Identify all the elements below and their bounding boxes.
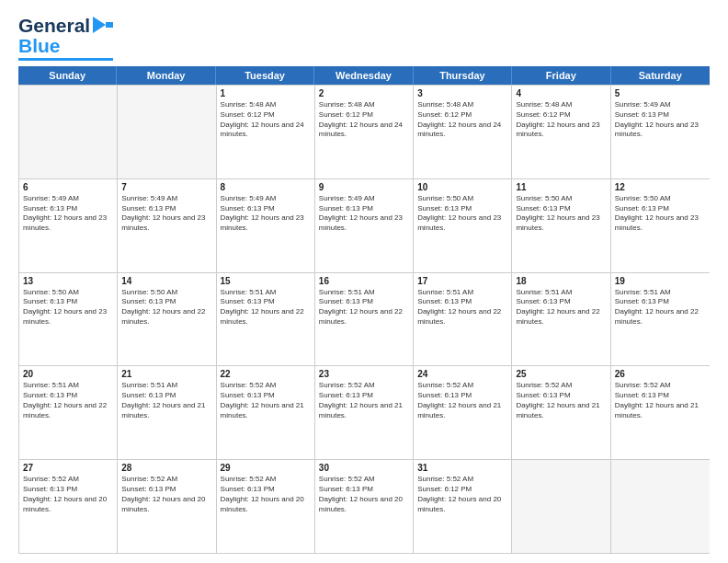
day-number: 31 <box>417 463 507 473</box>
day-number: 17 <box>417 276 507 286</box>
day-info: Sunrise: 5:52 AM Sunset: 6:13 PM Dayligh… <box>319 475 409 514</box>
calendar-day-22: 22Sunrise: 5:52 AM Sunset: 6:13 PM Dayli… <box>217 366 315 459</box>
day-info: Sunrise: 5:49 AM Sunset: 6:13 PM Dayligh… <box>121 194 211 234</box>
day-info: Sunrise: 5:52 AM Sunset: 6:13 PM Dayligh… <box>319 381 409 420</box>
day-info: Sunrise: 5:51 AM Sunset: 6:13 PM Dayligh… <box>319 288 409 327</box>
day-info: Sunrise: 5:49 AM Sunset: 6:13 PM Dayligh… <box>221 194 311 234</box>
day-info: Sunrise: 5:50 AM Sunset: 6:13 PM Dayligh… <box>121 288 211 327</box>
day-info: Sunrise: 5:50 AM Sunset: 6:13 PM Dayligh… <box>417 194 507 234</box>
svg-marker-0 <box>93 17 106 33</box>
day-info: Sunrise: 5:52 AM Sunset: 6:13 PM Dayligh… <box>417 381 507 420</box>
calendar-day-2: 2Sunrise: 5:48 AM Sunset: 6:12 PM Daylig… <box>315 86 414 178</box>
day-info: Sunrise: 5:48 AM Sunset: 6:12 PM Dayligh… <box>516 100 606 140</box>
logo-general: General <box>18 15 90 37</box>
day-number: 16 <box>319 276 409 286</box>
calendar-day-5: 5Sunrise: 5:49 AM Sunset: 6:13 PM Daylig… <box>611 86 710 178</box>
day-info: Sunrise: 5:52 AM Sunset: 6:13 PM Dayligh… <box>121 475 211 514</box>
header-day-sunday: Sunday <box>18 66 117 85</box>
calendar-day-14: 14Sunrise: 5:50 AM Sunset: 6:13 PM Dayli… <box>118 273 216 366</box>
calendar-day-18: 18Sunrise: 5:51 AM Sunset: 6:13 PM Dayli… <box>512 273 610 366</box>
day-number: 29 <box>221 463 311 473</box>
day-number: 6 <box>23 182 113 192</box>
calendar-week-2: 6Sunrise: 5:49 AM Sunset: 6:13 PM Daylig… <box>19 179 710 273</box>
day-number: 9 <box>319 182 409 192</box>
day-info: Sunrise: 5:49 AM Sunset: 6:13 PM Dayligh… <box>23 194 113 234</box>
day-number: 1 <box>221 88 311 98</box>
day-info: Sunrise: 5:50 AM Sunset: 6:13 PM Dayligh… <box>516 194 606 234</box>
day-number: 23 <box>319 369 409 379</box>
calendar-day-10: 10Sunrise: 5:50 AM Sunset: 6:13 PM Dayli… <box>414 179 512 272</box>
day-number: 14 <box>121 276 211 286</box>
calendar-header: SundayMondayTuesdayWednesdayThursdayFrid… <box>18 66 710 85</box>
header-day-saturday: Saturday <box>611 66 710 85</box>
calendar-day-empty <box>611 460 710 553</box>
svg-rect-1 <box>106 22 113 28</box>
day-number: 4 <box>516 88 606 98</box>
day-info: Sunrise: 5:51 AM Sunset: 6:13 PM Dayligh… <box>121 381 211 420</box>
calendar-day-8: 8Sunrise: 5:49 AM Sunset: 6:13 PM Daylig… <box>217 179 315 272</box>
day-info: Sunrise: 5:50 AM Sunset: 6:13 PM Dayligh… <box>23 288 113 327</box>
calendar-day-19: 19Sunrise: 5:51 AM Sunset: 6:13 PM Dayli… <box>611 273 710 366</box>
calendar-week-5: 27Sunrise: 5:52 AM Sunset: 6:13 PM Dayli… <box>19 460 710 554</box>
header-day-thursday: Thursday <box>414 66 512 85</box>
day-info: Sunrise: 5:48 AM Sunset: 6:12 PM Dayligh… <box>221 100 311 140</box>
calendar-week-4: 20Sunrise: 5:51 AM Sunset: 6:13 PM Dayli… <box>19 366 710 460</box>
calendar-day-24: 24Sunrise: 5:52 AM Sunset: 6:13 PM Dayli… <box>414 366 512 459</box>
calendar-day-4: 4Sunrise: 5:48 AM Sunset: 6:12 PM Daylig… <box>512 86 610 178</box>
header: General Blue <box>18 15 710 61</box>
day-number: 20 <box>23 369 113 379</box>
calendar-day-26: 26Sunrise: 5:52 AM Sunset: 6:13 PM Dayli… <box>611 366 710 459</box>
day-number: 13 <box>23 276 113 286</box>
day-info: Sunrise: 5:51 AM Sunset: 6:13 PM Dayligh… <box>516 288 606 327</box>
day-info: Sunrise: 5:50 AM Sunset: 6:13 PM Dayligh… <box>615 194 706 234</box>
calendar-day-empty <box>512 460 610 553</box>
calendar-day-30: 30Sunrise: 5:52 AM Sunset: 6:13 PM Dayli… <box>315 460 414 553</box>
calendar-day-17: 17Sunrise: 5:51 AM Sunset: 6:13 PM Dayli… <box>414 273 512 366</box>
day-info: Sunrise: 5:51 AM Sunset: 6:13 PM Dayligh… <box>615 288 706 327</box>
calendar-body: 1Sunrise: 5:48 AM Sunset: 6:12 PM Daylig… <box>18 85 710 554</box>
calendar-day-15: 15Sunrise: 5:51 AM Sunset: 6:13 PM Dayli… <box>217 273 315 366</box>
calendar-day-1: 1Sunrise: 5:48 AM Sunset: 6:12 PM Daylig… <box>217 86 315 178</box>
day-number: 27 <box>23 463 113 473</box>
day-number: 11 <box>516 182 606 192</box>
calendar-week-1: 1Sunrise: 5:48 AM Sunset: 6:12 PM Daylig… <box>19 86 710 179</box>
day-number: 26 <box>615 369 706 379</box>
calendar-day-13: 13Sunrise: 5:50 AM Sunset: 6:13 PM Dayli… <box>19 273 118 366</box>
day-number: 30 <box>319 463 409 473</box>
day-number: 28 <box>121 463 211 473</box>
day-info: Sunrise: 5:51 AM Sunset: 6:13 PM Dayligh… <box>23 381 113 420</box>
day-number: 21 <box>121 369 211 379</box>
calendar-day-3: 3Sunrise: 5:48 AM Sunset: 6:12 PM Daylig… <box>414 86 512 178</box>
day-number: 15 <box>221 276 311 286</box>
day-info: Sunrise: 5:51 AM Sunset: 6:13 PM Dayligh… <box>417 288 507 327</box>
day-info: Sunrise: 5:48 AM Sunset: 6:12 PM Dayligh… <box>417 100 507 140</box>
logo: General Blue <box>18 15 113 61</box>
day-number: 5 <box>615 88 706 98</box>
day-info: Sunrise: 5:49 AM Sunset: 6:13 PM Dayligh… <box>615 100 706 140</box>
calendar-week-3: 13Sunrise: 5:50 AM Sunset: 6:13 PM Dayli… <box>19 273 710 367</box>
day-number: 2 <box>319 88 409 98</box>
calendar-day-6: 6Sunrise: 5:49 AM Sunset: 6:13 PM Daylig… <box>19 179 118 272</box>
day-info: Sunrise: 5:49 AM Sunset: 6:13 PM Dayligh… <box>319 194 409 234</box>
day-number: 7 <box>121 182 211 192</box>
header-day-tuesday: Tuesday <box>216 66 314 85</box>
calendar-day-7: 7Sunrise: 5:49 AM Sunset: 6:13 PM Daylig… <box>118 179 216 272</box>
day-number: 22 <box>221 369 311 379</box>
day-info: Sunrise: 5:52 AM Sunset: 6:13 PM Dayligh… <box>516 381 606 420</box>
day-number: 10 <box>417 182 507 192</box>
day-number: 25 <box>516 369 606 379</box>
day-info: Sunrise: 5:48 AM Sunset: 6:12 PM Dayligh… <box>319 100 409 140</box>
calendar-day-empty <box>19 86 118 178</box>
header-day-friday: Friday <box>512 66 610 85</box>
calendar-day-12: 12Sunrise: 5:50 AM Sunset: 6:13 PM Dayli… <box>611 179 710 272</box>
calendar-day-27: 27Sunrise: 5:52 AM Sunset: 6:13 PM Dayli… <box>19 460 118 553</box>
day-number: 3 <box>417 88 507 98</box>
logo-arrow-icon <box>93 17 113 33</box>
day-info: Sunrise: 5:52 AM Sunset: 6:13 PM Dayligh… <box>221 475 311 514</box>
calendar-day-29: 29Sunrise: 5:52 AM Sunset: 6:13 PM Dayli… <box>217 460 315 553</box>
header-day-monday: Monday <box>117 66 215 85</box>
calendar-day-23: 23Sunrise: 5:52 AM Sunset: 6:13 PM Dayli… <box>315 366 414 459</box>
calendar-day-31: 31Sunrise: 5:52 AM Sunset: 6:12 PM Dayli… <box>414 460 512 553</box>
day-number: 12 <box>615 182 706 192</box>
logo-underline <box>18 58 113 61</box>
